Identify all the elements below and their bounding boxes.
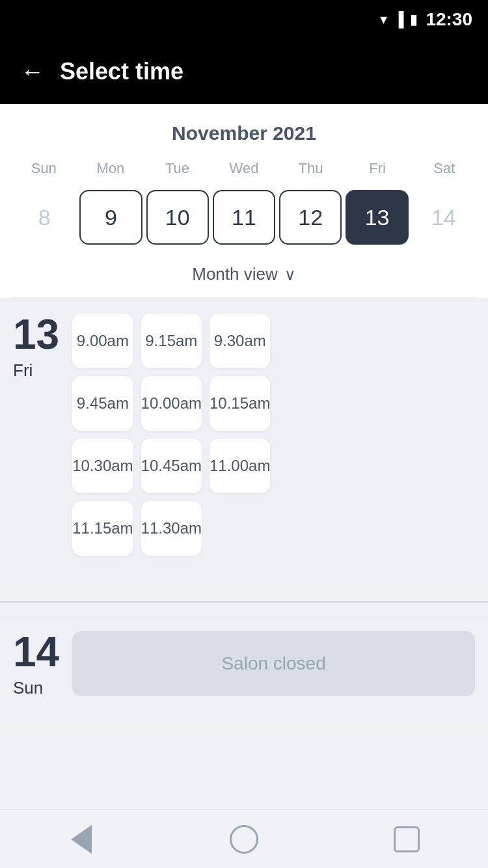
time-slot-1015am[interactable]: 10.15am bbox=[210, 376, 270, 431]
closed-day-number: 14 bbox=[13, 631, 59, 673]
time-slot-915am[interactable]: 9.15am bbox=[141, 314, 202, 368]
status-icons: ▾ ▐ ▮ bbox=[380, 11, 418, 28]
salon-closed-box: Salon closed bbox=[72, 631, 475, 696]
weekday-row: Sun Mon Tue Wed Thu Fri Sat bbox=[10, 157, 478, 180]
date-cell-12[interactable]: 12 bbox=[279, 190, 342, 245]
date-cell-13[interactable]: 13 bbox=[346, 190, 408, 245]
page-title: Select time bbox=[60, 58, 183, 85]
calendar-section: November 2021 Sun Mon Tue Wed Thu Fri Sa… bbox=[0, 104, 488, 298]
salon-closed-label: Salon closed bbox=[221, 653, 325, 674]
nav-home-button[interactable] bbox=[224, 820, 264, 859]
time-slot-930am[interactable]: 9.30am bbox=[210, 314, 270, 368]
weekday-tue: Tue bbox=[144, 157, 211, 180]
status-bar: ▾ ▐ ▮ 12:30 bbox=[0, 0, 488, 39]
date-cell-8[interactable]: 8 bbox=[13, 190, 75, 245]
time-slot-1130am[interactable]: 11.30am bbox=[141, 501, 202, 556]
back-triangle-icon bbox=[71, 825, 92, 854]
day-number-13: 13 bbox=[13, 314, 59, 355]
chevron-down-icon: ∨ bbox=[284, 265, 296, 284]
date-cell-14[interactable]: 14 bbox=[413, 190, 475, 245]
bottom-nav bbox=[0, 809, 488, 868]
time-slot-945am[interactable]: 9.45am bbox=[72, 376, 133, 431]
status-time: 12:30 bbox=[426, 9, 472, 30]
header: ← Select time bbox=[0, 39, 488, 104]
weekday-mon: Mon bbox=[77, 157, 144, 180]
section-divider bbox=[0, 601, 488, 603]
time-slot-1100am[interactable]: 11.00am bbox=[210, 439, 270, 493]
date-cell-10[interactable]: 10 bbox=[146, 190, 209, 245]
weekday-thu: Thu bbox=[277, 157, 344, 180]
month-view-label: Month view bbox=[192, 264, 278, 284]
closed-row-14: 14 Sun Salon closed bbox=[13, 631, 475, 698]
date-row: 8 9 10 11 12 13 14 bbox=[10, 185, 478, 255]
weekday-sat: Sat bbox=[411, 157, 478, 180]
time-slot-1045am[interactable]: 10.45am bbox=[141, 439, 202, 493]
weekday-fri: Fri bbox=[344, 157, 411, 180]
nav-recent-button[interactable] bbox=[387, 820, 426, 859]
home-circle-icon bbox=[230, 825, 258, 854]
closed-day-name: Sun bbox=[13, 678, 59, 698]
time-slots-section: 13 Fri 9.00am 9.15am 9.30am 9.45am 10.00… bbox=[0, 298, 488, 588]
closed-section: 14 Sun Salon closed bbox=[0, 616, 488, 724]
back-button[interactable]: ← bbox=[21, 60, 44, 83]
time-slot-1030am[interactable]: 10.30am bbox=[72, 439, 133, 493]
date-cell-11[interactable]: 11 bbox=[213, 190, 275, 245]
weekday-wed: Wed bbox=[211, 157, 278, 180]
time-slot-1115am[interactable]: 11.15am bbox=[72, 501, 133, 556]
day-info-13: 13 Fri bbox=[13, 314, 59, 381]
signal-icon: ▐ bbox=[394, 11, 404, 28]
time-grid: 9.00am 9.15am 9.30am 9.45am 10.00am 10.1… bbox=[72, 314, 270, 556]
weekday-sun: Sun bbox=[10, 157, 77, 180]
month-year-label: November 2021 bbox=[10, 122, 478, 144]
recent-square-icon bbox=[394, 826, 420, 852]
time-slot-1000am[interactable]: 10.00am bbox=[141, 376, 202, 431]
time-slot-900am[interactable]: 9.00am bbox=[72, 314, 133, 368]
month-view-toggle[interactable]: Month view ∨ bbox=[10, 255, 478, 298]
nav-back-button[interactable] bbox=[62, 820, 101, 859]
day-name-13: Fri bbox=[13, 360, 59, 381]
day-info-14: 14 Sun bbox=[13, 631, 59, 698]
date-cell-9[interactable]: 9 bbox=[79, 190, 142, 245]
battery-icon: ▮ bbox=[410, 11, 418, 28]
wifi-icon: ▾ bbox=[380, 11, 387, 28]
day-header-13: 13 Fri 9.00am 9.15am 9.30am 9.45am 10.00… bbox=[13, 314, 475, 556]
